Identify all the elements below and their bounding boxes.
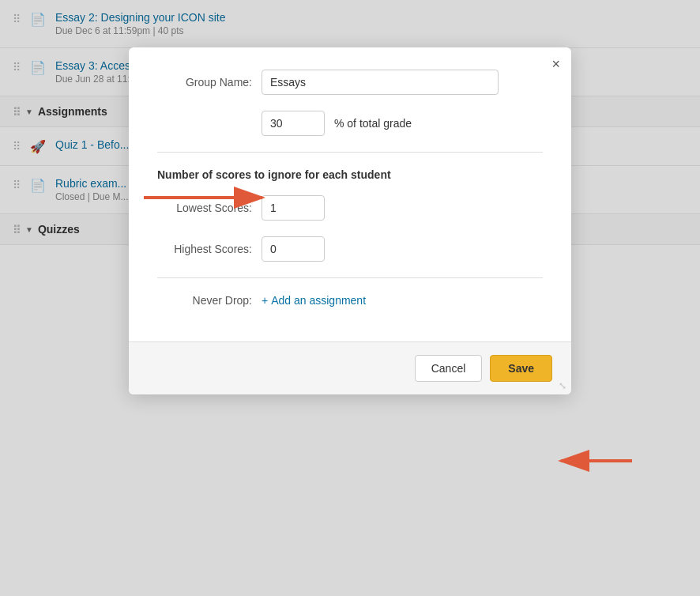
group-name-label: Group Name: [157,76,252,89]
percent-input[interactable] [262,111,325,136]
highest-scores-input[interactable] [262,236,325,262]
percent-label: % of total grade [334,117,412,130]
modal-body: Group Name: % of total grade Number of s… [129,47,571,341]
lowest-scores-label: Lowest Scores: [157,202,252,214]
divider-2 [157,277,543,278]
resize-handle-icon[interactable]: ⤡ [559,380,566,391]
save-button[interactable]: Save [490,355,552,382]
modal-overlay: × Group Name: % of total grade Number of… [0,0,700,596]
lowest-scores-row: Lowest Scores: [157,195,543,221]
add-assignment-label: Add an assignment [271,294,366,307]
cancel-button[interactable]: Cancel [415,355,483,382]
group-name-row: Group Name: [157,70,543,95]
assignment-group-modal: × Group Name: % of total grade Number of… [129,47,571,394]
percent-row: % of total grade [157,111,543,136]
divider [157,152,543,153]
add-assignment-button[interactable]: + Add an assignment [262,294,366,307]
highest-scores-row: Highest Scores: [157,236,543,262]
modal-footer: Cancel Save [129,341,571,394]
scores-section-title: Number of scores to ignore for each stud… [157,168,543,181]
lowest-scores-input[interactable] [262,195,325,221]
group-name-input[interactable] [262,70,499,95]
plus-icon: + [262,294,268,307]
close-button[interactable]: × [551,57,560,71]
highest-scores-label: Highest Scores: [157,243,252,255]
never-drop-row: Never Drop: + Add an assignment [157,294,543,307]
never-drop-label: Never Drop: [157,294,252,307]
